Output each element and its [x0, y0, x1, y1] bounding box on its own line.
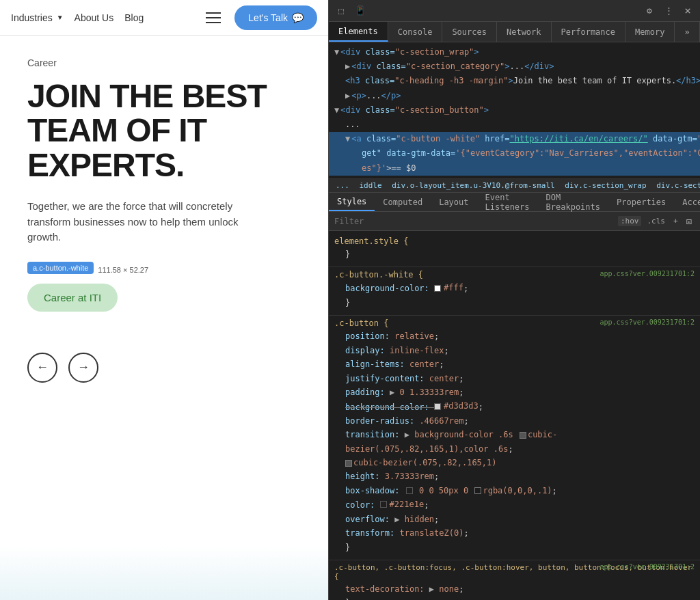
- cta-label: Let's Talk: [248, 12, 288, 23]
- settings-icon[interactable]: ⚙: [643, 4, 656, 18]
- nav-blog[interactable]: Blog: [124, 12, 144, 23]
- hero-section: Career JOIN THE BEST TEAM OF IT EXPERTS.…: [0, 36, 328, 545]
- breadcrumb-item[interactable]: div.c-section_button: [656, 181, 700, 190]
- styles-content: element.style { } .c-button.-white { app…: [329, 231, 700, 600]
- tab-console[interactable]: Console: [388, 22, 443, 42]
- css-source[interactable]: app.css?ver.009231701:2: [600, 270, 695, 277]
- css-prop: align-items: center;: [334, 357, 695, 371]
- css-rule-button-focus: .c-button, .c-button:focus, .c-button:ho…: [329, 560, 700, 600]
- styles-tab-dom-breakpoints[interactable]: DOM Breakpoints: [538, 193, 608, 211]
- filter-hov[interactable]: :hov: [618, 216, 642, 226]
- prev-arrow-button[interactable]: ←: [27, 353, 57, 383]
- styles-tab-accessibility[interactable]: Accessibility: [674, 193, 700, 211]
- breadcrumb-item[interactable]: div.c-section_wrap: [565, 181, 646, 190]
- filter-cls[interactable]: .cls: [644, 216, 668, 226]
- heading-line3: EXPERTS.: [27, 147, 184, 183]
- heading-line1: JOIN THE BEST: [27, 78, 267, 114]
- chevron-down-icon: ▼: [57, 14, 64, 21]
- css-source[interactable]: app.css?ver.009231701:2: [600, 563, 695, 571]
- prop-value[interactable]: #fff: [434, 281, 463, 295]
- css-prop: border-radius: .46667rem;: [334, 414, 695, 428]
- html-line-selected[interactable]: ▼<a class="c-button -white" href="https:…: [329, 132, 700, 146]
- devtools-panel: ⬚ 📱 ⚙ ⋮ × Elements Console Sources Netwo…: [328, 0, 700, 600]
- css-rule-button-white: .c-button.-white { app.css?ver.009231701…: [329, 267, 700, 316]
- css-prop: transition: ▶ background-color .6s cubic…: [334, 428, 695, 456]
- color-swatch[interactable]: [434, 403, 441, 410]
- hamburger-menu[interactable]: [203, 10, 224, 26]
- top-nav: Industries ▼ About Us Blog Let's Talk 💬: [0, 0, 328, 36]
- css-selector[interactable]: element.style {: [334, 236, 695, 246]
- css-rule-element-style: element.style { }: [329, 234, 700, 267]
- css-prop: padding: ▶ 0 1.33333rem;: [334, 385, 695, 399]
- css-prop: position: relative;: [334, 329, 695, 343]
- css-prop: text-decoration: ▶ none;: [334, 582, 695, 596]
- css-rule-button: .c-button { app.css?ver.009231701:2 posi…: [329, 316, 700, 560]
- filter-icon[interactable]: ⊡: [684, 215, 695, 228]
- industries-label: Industries: [11, 12, 53, 23]
- styles-tab-properties[interactable]: Properties: [608, 193, 674, 211]
- career-label: Career: [27, 57, 301, 68]
- css-source[interactable]: app.css?ver.009231701:2: [600, 318, 695, 326]
- html-line[interactable]: ▼<div class="c-section_wrap">: [329, 45, 700, 59]
- device-icon[interactable]: 📱: [353, 4, 367, 18]
- html-line[interactable]: ▶<p>...</p>: [329, 89, 700, 103]
- tooltip-badge: a.c-button.-white: [27, 262, 94, 274]
- close-icon[interactable]: ×: [681, 4, 695, 18]
- color-swatch[interactable]: [434, 285, 441, 292]
- styles-tab-event-listeners[interactable]: Event Listeners: [477, 193, 538, 211]
- prop-name[interactable]: background-color:: [345, 284, 429, 294]
- chat-icon: 💬: [292, 12, 304, 23]
- css-closing: }: [334, 596, 695, 600]
- html-line-continued2[interactable]: es"}'>== $0: [329, 161, 700, 176]
- css-prop: justify-content: center;: [334, 372, 695, 385]
- tooltip-row: a.c-button.-white 111.58 × 52.27: [27, 262, 301, 278]
- nav-industries[interactable]: Industries ▼: [11, 12, 64, 23]
- css-prop: cubic-bezier(.075,.82,.165,1): [334, 456, 695, 469]
- breadcrumb-item[interactable]: iddle: [360, 181, 382, 190]
- filter-plus[interactable]: +: [671, 216, 681, 226]
- tab-more[interactable]: »: [675, 22, 699, 42]
- html-tree: ▼<div class="c-section_wrap"> ▶<div clas…: [329, 42, 700, 179]
- cta-button[interactable]: Let's Talk 💬: [234, 5, 317, 30]
- tab-memory[interactable]: Memory: [625, 22, 675, 42]
- breadcrumb-bar: ... iddle div.o-layout_item.u-3V10.@from…: [329, 179, 700, 193]
- css-prop: box-shadow: 0 0 50px 0 rgba(0,0,0,.1);: [334, 484, 695, 497]
- css-prop: background-color: #d3d3d3;: [334, 399, 695, 414]
- nav-arrows: ← →: [27, 353, 301, 383]
- css-closing: }: [334, 296, 695, 310]
- devtools-tab-bar: Elements Console Sources Network Perform…: [329, 22, 700, 42]
- css-closing: }: [334, 541, 695, 554]
- main-heading: JOIN THE BEST TEAM OF IT EXPERTS.: [27, 79, 301, 182]
- career-button[interactable]: Career at ITI: [27, 284, 118, 312]
- breadcrumb-item[interactable]: ...: [336, 181, 349, 190]
- html-line[interactable]: <h3 class="c-heading -h3 -margin">Join t…: [329, 74, 700, 88]
- html-line[interactable]: ▶<div class="c-section_category">...</di…: [329, 59, 700, 74]
- tab-performance[interactable]: Performance: [552, 22, 625, 42]
- filter-bar: :hov .cls + ⊡: [329, 212, 700, 231]
- css-prop: background-color: #fff;: [334, 281, 695, 296]
- html-line[interactable]: ▼<div class="c-section_button">: [329, 103, 700, 118]
- nav-about[interactable]: About Us: [75, 12, 114, 23]
- html-line[interactable]: ...: [329, 118, 700, 132]
- heading-line2: TEAM OF IT: [27, 112, 206, 148]
- bottom-gradient: [0, 545, 328, 600]
- tab-sources[interactable]: Sources: [442, 22, 497, 42]
- css-prop: transform: translateZ(0);: [334, 526, 695, 540]
- breadcrumb-item[interactable]: div.o-layout_item.u-3V10.@from-small: [392, 181, 554, 190]
- more-icon[interactable]: ⋮: [662, 4, 675, 18]
- css-prop: overflow: ▶ hidden;: [334, 513, 695, 526]
- css-closing: }: [334, 247, 695, 261]
- css-prop: height: 3.73333rem;: [334, 469, 695, 483]
- styles-tab-styles[interactable]: Styles: [329, 193, 375, 211]
- styles-tab-computed[interactable]: Computed: [375, 193, 431, 211]
- tab-network[interactable]: Network: [497, 22, 552, 42]
- filter-input[interactable]: [334, 217, 612, 226]
- styles-tab-layout[interactable]: Layout: [431, 193, 476, 211]
- devtools-topbar: ⬚ 📱 ⚙ ⋮ ×: [329, 0, 700, 22]
- tooltip-size: 111.58 × 52.27: [98, 266, 148, 274]
- html-line-continued[interactable]: get" data-gtm-data='{"eventCategory":"Na…: [329, 146, 700, 161]
- devtools-top-icons: ⚙ ⋮ ×: [643, 4, 695, 18]
- next-arrow-button[interactable]: →: [68, 353, 98, 383]
- inspect-icon[interactable]: ⬚: [334, 4, 348, 18]
- tab-elements[interactable]: Elements: [329, 22, 388, 42]
